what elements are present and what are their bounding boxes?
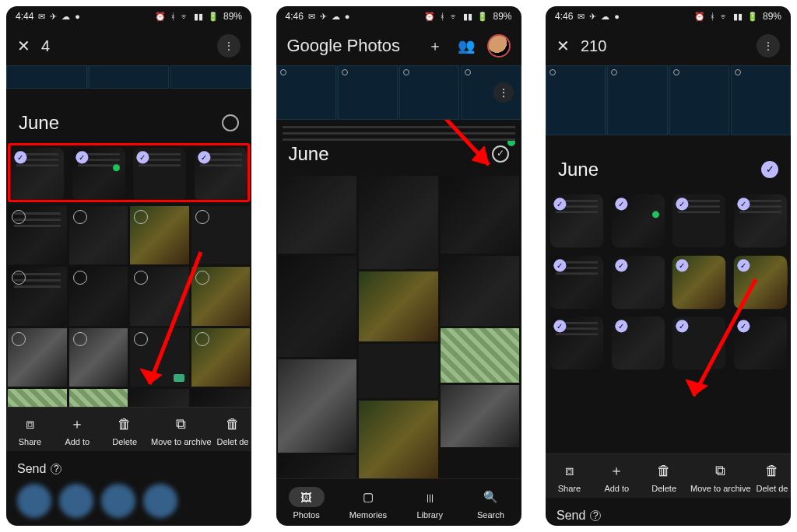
archive-button[interactable]: ⧉Move to archive	[690, 462, 751, 493]
plus-icon: ＋	[70, 415, 84, 432]
photo-thumb[interactable]	[359, 401, 438, 478]
add-to-button[interactable]: ＋Add to	[56, 415, 98, 446]
photo-thumb[interactable]	[278, 256, 357, 357]
strip-more-icon[interactable]: ⋮	[493, 82, 514, 103]
contact-avatar[interactable]	[59, 484, 93, 518]
contact-avatar[interactable]	[17, 484, 51, 518]
recent-strip[interactable]: ⋮	[276, 65, 521, 120]
telegram-icon: ✈	[50, 12, 57, 22]
photo-thumb[interactable]	[191, 206, 251, 265]
photo-thumb[interactable]	[278, 176, 357, 254]
select-all-toggle[interactable]	[761, 161, 778, 178]
trash-icon: 🗑	[657, 462, 671, 479]
photo-thumb[interactable]: ✓	[672, 317, 725, 369]
photo-thumb[interactable]: ✓	[11, 148, 64, 201]
photo-thumb[interactable]	[191, 389, 251, 407]
photo-thumb[interactable]	[69, 328, 128, 387]
battery-icon: 🔋	[747, 12, 758, 22]
photo-thumb[interactable]	[130, 389, 189, 407]
photos-icon: 🖼	[289, 487, 325, 507]
photo-thumb[interactable]: ✓	[550, 317, 603, 369]
photo-thumb[interactable]: ✓	[733, 255, 786, 308]
telegram-icon: ✈	[320, 12, 327, 22]
help-icon[interactable]: ?	[590, 510, 601, 521]
photo-thumb[interactable]: ✓	[672, 255, 725, 308]
photo-thumb[interactable]	[130, 206, 189, 265]
photo-thumb[interactable]: ✓	[611, 194, 664, 247]
photo-thumb[interactable]	[69, 206, 128, 265]
photo-thumb[interactable]	[278, 359, 357, 453]
photo-thumb[interactable]	[8, 267, 67, 326]
nav-photos[interactable]: 🖼Photos	[289, 487, 325, 520]
photo-thumb[interactable]: ✓	[550, 194, 603, 247]
empty-check-icon	[195, 332, 209, 346]
status-bar: 4:46 ✉ ✈ ☁ ● ⏰ ᚼ ᯤ ▮▮ 🔋 89%	[276, 6, 521, 26]
photo-thumb[interactable]: ✓	[733, 317, 786, 369]
checkmark-icon: ✓	[75, 151, 88, 163]
photo-thumb[interactable]: ✓	[672, 194, 725, 247]
checkmark-icon: ✓	[198, 151, 210, 163]
delete-button[interactable]: 🗑Delete	[104, 415, 146, 446]
photo-thumb[interactable]	[359, 344, 438, 398]
empty-check-icon	[12, 271, 26, 285]
photo-thumb[interactable]	[191, 267, 251, 326]
account-avatar[interactable]	[487, 34, 511, 58]
checkmark-icon: ✓	[14, 151, 26, 163]
photo-thumb[interactable]: ✓	[72, 148, 125, 201]
photo-thumb[interactable]	[130, 267, 189, 326]
selection-action-bar: ⧈Share ＋Add to 🗑Delete ⧉Move to archive …	[6, 407, 251, 451]
delete-device-button-partial[interactable]: 🗑Delet de	[217, 415, 249, 446]
help-icon[interactable]: ?	[51, 464, 61, 474]
photo-thumb[interactable]	[191, 328, 251, 387]
photo-thumb[interactable]: ✓	[133, 148, 186, 201]
share-label: Share	[19, 437, 41, 446]
photo-thumb[interactable]	[359, 176, 438, 269]
select-all-toggle[interactable]	[222, 114, 239, 131]
photo-thumb[interactable]	[441, 385, 520, 447]
close-icon[interactable]: ✕	[17, 37, 30, 55]
contact-avatar[interactable]	[101, 484, 135, 518]
photo-thumb[interactable]	[359, 271, 438, 341]
more-menu-icon[interactable]: ⋮	[757, 34, 780, 58]
close-icon[interactable]: ✕	[556, 37, 570, 55]
nav-search-label: Search	[477, 510, 504, 520]
more-menu-icon[interactable]: ⋮	[217, 34, 241, 58]
month-header: June	[546, 135, 791, 191]
photo-thumb[interactable]: ✓	[194, 148, 247, 201]
photo-thumb[interactable]	[441, 176, 520, 254]
message-icon: ✉	[38, 12, 45, 22]
share-button[interactable]: ⧈Share	[9, 415, 51, 446]
photo-thumb[interactable]: ✓	[733, 194, 786, 247]
contact-avatar[interactable]	[143, 484, 177, 518]
photo-thumb[interactable]	[441, 328, 520, 383]
photo-thumb[interactable]	[8, 328, 67, 387]
select-all-toggle[interactable]	[492, 145, 509, 163]
nav-memories[interactable]: ▢Memories	[349, 487, 387, 520]
photo-thumb[interactable]	[69, 389, 128, 407]
archive-button[interactable]: ⧉Move to archive	[151, 415, 212, 446]
photo-thumb[interactable]	[130, 328, 189, 387]
delete-device-button-partial[interactable]: 🗑Delet de	[757, 462, 788, 493]
shared-icon[interactable]: 👥	[456, 36, 476, 56]
photo-thumb[interactable]: ✓	[611, 317, 664, 369]
add-icon[interactable]: ＋	[425, 36, 445, 56]
photo-thumb[interactable]: ✓	[550, 255, 603, 308]
photo-thumb[interactable]	[441, 256, 520, 326]
delete-button[interactable]: 🗑Delete	[643, 462, 685, 493]
addto-label: Add to	[604, 484, 629, 493]
photo-thumb[interactable]	[69, 267, 128, 326]
send-contacts-row	[6, 479, 251, 526]
recent-strip[interactable]	[546, 65, 791, 135]
nav-search[interactable]: 🔍Search	[472, 487, 508, 520]
selection-app-bar: ✕ 4 ⋮	[6, 26, 251, 65]
share-button[interactable]: ⧈Share	[548, 462, 590, 493]
add-to-button[interactable]: ＋Add to	[595, 462, 637, 493]
addto-label: Add to	[65, 437, 90, 446]
archive-icon: ⧉	[176, 415, 186, 432]
empty-check-icon	[134, 210, 148, 224]
photo-thumb[interactable]	[278, 455, 357, 478]
photo-thumb[interactable]	[8, 389, 67, 407]
photo-thumb[interactable]	[8, 206, 67, 265]
nav-library[interactable]: ⫼Library	[412, 487, 448, 520]
photo-thumb[interactable]: ✓	[611, 255, 664, 308]
